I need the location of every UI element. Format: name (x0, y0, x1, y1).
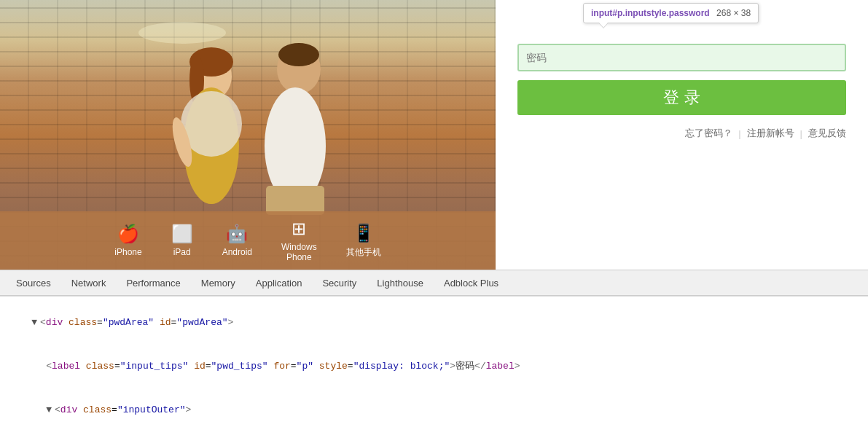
browser-content: 🍎 iPhone ⬜ iPad 🤖 Android ⊞ WindowsPhone… (0, 0, 868, 270)
triangle-icon-2: ▼ (46, 404, 52, 415)
device-bar: 🍎 iPhone ⬜ iPad 🤖 Android ⊞ WindowsPhone… (0, 211, 496, 270)
android-icon: 🤖 (226, 224, 248, 244)
login-area: input#p.inputstyle.password 268 × 38 登 录… (496, 0, 868, 270)
tab-application[interactable]: Application (246, 270, 313, 296)
devtools-code-panel: ▼<div class="pwdArea" id="pwdArea"> <lab… (0, 296, 868, 427)
code-line-3: ▼<div class="inputOuter"> (9, 388, 859, 427)
tab-lighthouse[interactable]: Lighthouse (367, 270, 434, 296)
code-line-1: ▼<div class="pwdArea" id="pwdArea"> (9, 301, 859, 345)
links-row: 忘了密码？ | 注册新帐号 | 意见反馈 (517, 127, 846, 140)
login-form: 登 录 忘了密码？ | 注册新帐号 | 意见反馈 (496, 29, 868, 147)
separator-1: | (738, 128, 740, 139)
windows-phone-label: WindowsPhone (281, 242, 317, 262)
login-button[interactable]: 登 录 (517, 80, 846, 115)
ipad-icon: ⬜ (171, 224, 193, 244)
tab-network[interactable]: Network (61, 270, 117, 296)
tooltip-selector: input#p.inputstyle.password (591, 8, 710, 18)
password-input[interactable] (517, 44, 846, 71)
device-android[interactable]: 🤖 Android (222, 224, 252, 257)
devtools-tabs: Sources Network Performance Memory Appli… (0, 270, 868, 296)
tooltip-arrow-inner (599, 23, 608, 28)
device-ipad[interactable]: ⬜ iPad (171, 224, 193, 257)
other-mobile-icon: 📱 (353, 223, 375, 243)
feedback-link[interactable]: 意见反馈 (808, 127, 846, 140)
couple-illustration (36, 11, 496, 215)
tab-performance[interactable]: Performance (116, 270, 190, 296)
iphone-icon: 🍎 (117, 224, 139, 244)
tab-memory[interactable]: Memory (191, 270, 246, 296)
tab-sources[interactable]: Sources (6, 270, 61, 296)
iphone-label: iPhone (114, 247, 141, 257)
svg-point-8 (278, 43, 319, 66)
device-windows-phone[interactable]: ⊞ WindowsPhone (281, 219, 317, 262)
photo-area: 🍎 iPhone ⬜ iPad 🤖 Android ⊞ WindowsPhone… (0, 0, 496, 270)
android-label: Android (222, 247, 252, 257)
svg-rect-10 (266, 186, 324, 215)
svg-point-0 (138, 22, 226, 44)
code-line-2: <label class="input_tips" id="pwd_tips" … (9, 345, 859, 388)
tab-security[interactable]: Security (312, 270, 367, 296)
triangle-icon: ▼ (31, 317, 37, 328)
register-link[interactable]: 注册新帐号 (747, 127, 794, 140)
windows-phone-icon: ⊞ (292, 219, 306, 239)
tooltip-size: 268 × 38 (716, 8, 751, 18)
device-iphone[interactable]: 🍎 iPhone (114, 224, 141, 257)
separator-2: | (800, 128, 802, 139)
tab-adblock[interactable]: Adblock Plus (434, 270, 509, 296)
other-mobile-label: 其他手机 (346, 246, 381, 259)
forgot-password-link[interactable]: 忘了密码？ (685, 127, 732, 140)
element-tooltip: input#p.inputstyle.password 268 × 38 (583, 3, 759, 23)
ipad-label: iPad (173, 247, 191, 257)
device-other-mobile[interactable]: 📱 其他手机 (346, 223, 381, 259)
